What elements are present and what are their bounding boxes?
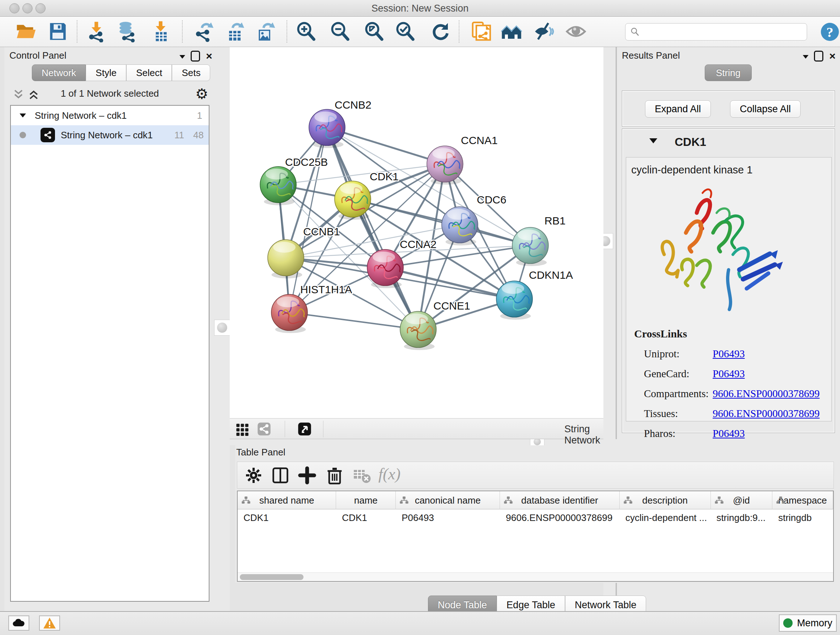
table-cell[interactable]: CDK1 [238,509,336,527]
crosslink-label: GeneCard: [644,368,690,380]
zoom-out-button[interactable] [329,21,351,42]
control-panel-close-button[interactable]: × [204,51,215,61]
results-panel-menu-button[interactable] [800,51,811,61]
grid-view-button[interactable] [235,422,250,436]
show-columns-button[interactable] [271,466,290,485]
table-cell[interactable]: P06493 [396,509,500,527]
network-row[interactable]: String Network – cdk1 11 48 [11,125,209,145]
collection-expand-icon[interactable] [19,113,26,117]
control-panel-tab[interactable]: Style [86,65,126,81]
results-panel-title: Results Panel [622,50,680,61]
crosslink-label: Tissues: [644,408,678,420]
refresh-button[interactable] [430,21,452,42]
network-column-icon [714,496,724,505]
collapse-all-button[interactable]: Collapse All [730,100,801,118]
export-table-button[interactable] [224,21,246,42]
crosslink-value-link[interactable]: P06493 [713,428,745,440]
left-splitter[interactable] [215,47,230,611]
zoom-selected-button[interactable] [394,21,416,42]
help-button[interactable]: ? [820,22,840,42]
results-panel-float-button[interactable] [814,51,823,62]
table-header-row: shared name name canonical name database… [238,491,833,509]
add-column-button[interactable] [297,466,317,485]
expand-all-button[interactable]: Expand All [645,100,711,118]
crosslink-value-link[interactable]: 9606.ENSP00000378699 [713,388,820,400]
import-network-file-button[interactable] [86,21,108,42]
crosslink-value-link[interactable]: P06493 [713,348,745,360]
table-cell[interactable]: 9606.ENSP00000378699 [500,509,619,527]
network-column-icon [504,496,513,505]
function-builder-button[interactable]: f(x) [378,465,401,483]
column-header[interactable]: @id [711,491,773,509]
open-session-button[interactable] [14,21,36,42]
tab-string[interactable]: String [705,65,752,81]
memory-button[interactable]: Memory [779,614,837,632]
crosslink-value-link[interactable]: P06493 [713,368,745,380]
search-field[interactable] [625,23,807,41]
control-panel-menu-button[interactable] [177,51,188,61]
svg-text:?: ? [826,24,833,40]
collection-count: 1 [197,110,202,121]
database-icon [117,21,138,42]
delete-column-button[interactable] [325,466,344,485]
table-panel-title: Table Panel [236,447,286,458]
zoom-fit-button[interactable] [363,21,385,42]
control-panel-float-button[interactable] [191,51,200,62]
import-network-database-button[interactable] [117,21,138,42]
entry-collapse-icon[interactable] [649,138,657,143]
string-home-button[interactable] [501,21,523,42]
table-row[interactable]: CDK1CDK1P064939606.ENSP00000378699cyclin… [238,509,833,527]
left-splitter-handle[interactable] [214,320,230,336]
search-input[interactable] [643,27,802,37]
delete-table-button[interactable] [352,466,371,485]
control-panel-tab[interactable]: Network [32,65,86,81]
control-panel-title: Control Panel [9,50,66,61]
network-graph[interactable]: CCNB2CCNA1CDC25BCDK1CDC6RB1CCNB1CCNA2CDK… [230,47,603,418]
footer-separator [285,421,285,437]
show-glass-button[interactable] [565,21,587,42]
table-cell[interactable]: cyclin-dependent ... [620,509,711,527]
zoom-in-button[interactable] [295,21,317,42]
export-image-button[interactable] [254,21,276,42]
save-session-button[interactable] [47,21,69,42]
column-header[interactable]: description [620,491,711,509]
crosslinks-title: CrossLinks [634,328,687,340]
import-table-button[interactable] [150,21,172,42]
table-options-gear-button[interactable] [244,466,264,485]
column-header[interactable]: canonical name [396,491,500,509]
table-cell[interactable]: stringdb:9... [711,509,772,527]
network-list: String Network – cdk1 1 String Network –… [10,105,210,602]
export-network-button[interactable] [194,21,215,42]
column-header[interactable]: namespace [772,491,833,509]
column-header[interactable]: shared name [238,491,336,509]
crosslink-value-link[interactable]: 9606.ENSP00000378699 [713,408,820,420]
results-panel-close-button[interactable]: × [827,51,838,61]
warning-status-button[interactable] [39,616,60,631]
table-cell[interactable]: stringdb [772,509,833,527]
clone-network-button[interactable] [470,21,492,42]
crosslink-row: Pharos: P06493 [626,424,831,445]
control-panel-tab[interactable]: Sets [172,65,210,81]
network-share-view-button[interactable] [256,422,272,436]
cloud-status-button[interactable] [8,616,29,631]
trash-icon [325,466,344,485]
network-collection-row[interactable]: String Network – cdk1 1 [11,106,209,125]
window-title: Session: New Session [0,3,840,14]
control-panel-tab[interactable]: Select [126,65,172,81]
network-options-gear-button[interactable]: ⚙ [194,86,210,101]
entry-gene-name: CDK1 [675,135,706,149]
column-header[interactable]: name [336,491,396,509]
save-icon [47,21,69,42]
network-canvas[interactable]: CCNB2CCNA1CDC25BCDK1CDC6RB1CCNB1CCNA2CDK… [230,47,603,418]
graph-node-label: CCNB1 [303,226,340,238]
table-horizontal-scrollbar[interactable] [238,572,833,581]
birdseye-view-button[interactable] [297,422,312,436]
table-cell[interactable]: CDK1 [336,509,396,527]
network-column-icon [623,496,633,505]
graph-node-label: CCNE1 [433,300,470,312]
eye-icon [565,21,587,42]
hide-glass-button[interactable] [533,21,555,42]
scrollbar-thumb[interactable] [240,574,303,580]
node-table[interactable]: shared name name canonical name database… [237,491,834,582]
column-header[interactable]: database identifier [500,491,620,509]
